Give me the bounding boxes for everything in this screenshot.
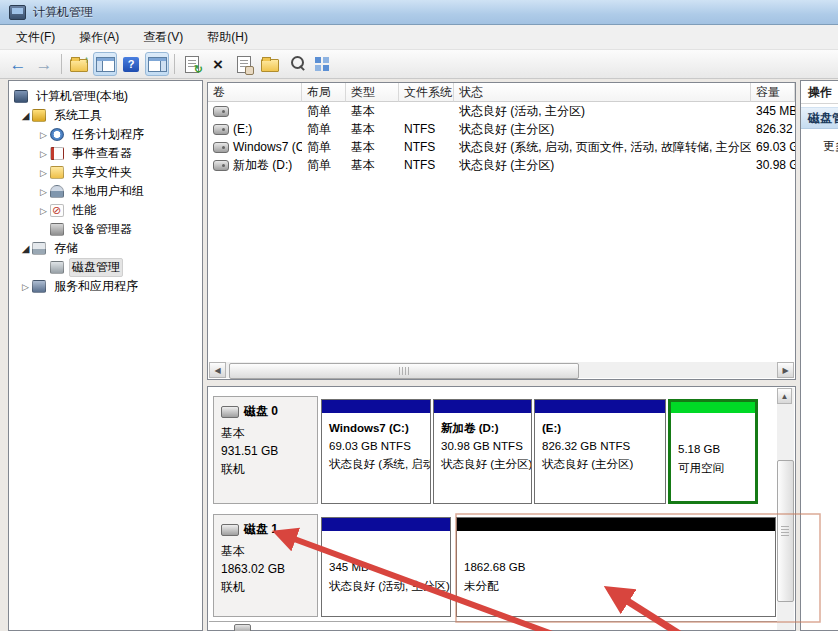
title-bar[interactable]: 计算机管理	[0, 0, 838, 25]
scrollbar-thumb[interactable]	[229, 363, 579, 379]
disk-icon	[221, 524, 239, 536]
disk-0-info[interactable]: 磁盘 0 基本 931.51 GB 联机	[213, 396, 318, 504]
scroll-left-icon[interactable]: ◀	[209, 362, 226, 378]
collapsed-triangle-icon[interactable]: ▷	[37, 187, 50, 197]
tree-item-event-viewer[interactable]: ▷ 事件查看器	[9, 144, 202, 163]
partition-color-strip	[535, 400, 665, 414]
actions-pane-title: 操作	[801, 81, 838, 104]
services-icon	[32, 280, 46, 293]
menu-view[interactable]: 查看(V)	[131, 26, 195, 49]
toolbar: ← → ? ×	[0, 50, 838, 79]
toolbar-separator	[174, 54, 175, 74]
toolbar-separator	[61, 54, 62, 74]
tree-item-services[interactable]: ▷ 服务和应用程序	[9, 277, 202, 296]
collapsed-triangle-icon[interactable]: ▷	[19, 282, 32, 292]
scroll-up-icon[interactable]: ▲	[777, 388, 792, 404]
volume-list-pane: 卷 布局 类型 文件系统 状态 容量 简单 基本 状态良好 (活动, 主分区) …	[207, 82, 796, 380]
event-viewer-icon	[50, 147, 64, 160]
partition-color-strip	[434, 400, 531, 414]
collapsed-triangle-icon[interactable]: ▷	[37, 206, 50, 216]
disk-size: 1863.02 GB	[221, 560, 311, 578]
more-actions-item[interactable]: 更多操作	[801, 138, 838, 155]
horizontal-scrollbar[interactable]: ◀ ▶	[209, 362, 794, 378]
tree-item-shared-folders[interactable]: ▷ 共享文件夹	[9, 163, 202, 182]
column-header-capacity[interactable]: 容量	[751, 83, 795, 102]
disk-size: 931.51 GB	[221, 442, 311, 460]
properties-icon[interactable]	[232, 52, 256, 76]
find-icon[interactable]	[284, 52, 308, 76]
disk-1-row: 磁盘 1 基本 1863.02 GB 联机 345 MB 状态良好 (活动, 主…	[208, 514, 779, 617]
scroll-right-icon[interactable]: ▶	[777, 362, 794, 378]
vertical-scrollbar[interactable]: ▲	[777, 388, 794, 630]
partition-free-space[interactable]: 5.18 GB 可用空间	[668, 399, 758, 504]
computer-management-window: { "window": {"title": "计算机管理"}, "menu": …	[0, 0, 838, 631]
refresh-icon[interactable]	[180, 52, 204, 76]
partition-windows7-c[interactable]: Windows7 (C:) 69.03 GB NTFS 状态良好 (系统, 启动…	[321, 399, 431, 504]
disk-status: 联机	[221, 460, 311, 478]
menu-action[interactable]: 操作(A)	[67, 26, 131, 49]
column-header-status[interactable]: 状态	[454, 83, 751, 102]
column-header-layout[interactable]: 布局	[302, 83, 346, 102]
partition-new-volume-d[interactable]: 新加卷 (D:) 30.98 GB NTFS 状态良好 (主分区)	[433, 399, 532, 504]
show-console-tree-icon[interactable]	[93, 52, 117, 76]
column-header-volume[interactable]: 卷	[208, 83, 302, 102]
next-disk-row-divider	[209, 621, 777, 622]
local-users-icon	[50, 185, 64, 198]
partition-system-reserved[interactable]: 345 MB 状态良好 (活动, 主分区)	[321, 517, 451, 617]
disk-status: 联机	[221, 578, 311, 596]
disk-management-icon	[50, 261, 64, 274]
disk-type: 基本	[221, 542, 311, 560]
export-folder-icon[interactable]	[67, 52, 91, 76]
partition-color-strip	[322, 518, 450, 532]
window-title: 计算机管理	[33, 4, 93, 21]
volume-table: 卷 布局 类型 文件系统 状态 容量 简单 基本 状态良好 (活动, 主分区) …	[208, 83, 795, 174]
collapsed-triangle-icon[interactable]: ▷	[37, 130, 50, 140]
device-manager-icon	[50, 223, 64, 236]
partition-unallocated[interactable]: 1862.68 GB 未分配	[456, 517, 776, 617]
task-scheduler-icon	[50, 128, 64, 141]
tree-item-task-scheduler[interactable]: ▷ 任务计划程序	[9, 125, 202, 144]
tree-item-storage[interactable]: ◢ 存储	[9, 239, 202, 258]
open-folder-icon[interactable]	[258, 52, 282, 76]
disk-1-info[interactable]: 磁盘 1 基本 1863.02 GB 联机	[213, 514, 318, 617]
tree-item-performance[interactable]: ▷ 性能	[9, 201, 202, 220]
show-action-pane-icon[interactable]	[145, 52, 169, 76]
menu-help[interactable]: 帮助(H)	[195, 26, 260, 49]
collapsed-triangle-icon[interactable]: ▷	[37, 168, 50, 178]
delete-icon[interactable]: ×	[206, 52, 230, 76]
disk-icon	[221, 406, 239, 418]
tree-item-computer-management[interactable]: 计算机管理(本地)	[9, 87, 202, 106]
column-header-type[interactable]: 类型	[346, 83, 399, 102]
console-tree-pane: 计算机管理(本地) ◢ 系统工具 ▷ 任务计划程序 ▷ 事件查看器 ▷ 共享文件…	[8, 80, 203, 631]
forward-icon[interactable]: →	[32, 52, 56, 76]
volume-icon	[213, 160, 229, 171]
tree-item-local-users[interactable]: ▷ 本地用户和组	[9, 182, 202, 201]
tree-item-system-tools[interactable]: ◢ 系统工具	[9, 106, 202, 125]
app-icon	[9, 5, 26, 20]
disk-graphical-pane: 磁盘 0 基本 931.51 GB 联机 Windows7 (C:) 69.03…	[207, 386, 796, 631]
console-settings-icon[interactable]	[310, 52, 334, 76]
scrollbar-thumb[interactable]	[777, 460, 794, 602]
shared-folders-icon	[50, 166, 64, 179]
disk-type: 基本	[221, 424, 311, 442]
computer-icon	[14, 90, 28, 103]
tree-item-device-manager[interactable]: 设备管理器	[9, 220, 202, 239]
volume-icon	[213, 124, 229, 135]
column-header-filesystem[interactable]: 文件系统	[399, 83, 454, 102]
expanded-triangle-icon[interactable]: ◢	[19, 110, 32, 121]
help-icon[interactable]: ?	[119, 52, 143, 76]
performance-icon	[50, 204, 64, 217]
unallocated-color-strip	[457, 518, 775, 532]
back-icon[interactable]: ←	[6, 52, 30, 76]
storage-icon	[32, 242, 46, 255]
collapsed-triangle-icon[interactable]: ▷	[37, 149, 50, 159]
partition-e[interactable]: (E:) 826.32 GB NTFS 状态良好 (主分区)	[534, 399, 666, 504]
actions-pane: 操作 磁盘管理 更多操作	[800, 80, 838, 631]
actions-group-disk-management[interactable]: 磁盘管理	[801, 107, 838, 129]
menu-bar: 文件(F) 操作(A) 查看(V) 帮助(H)	[0, 25, 838, 50]
expanded-triangle-icon[interactable]: ◢	[19, 243, 32, 254]
tree-item-disk-management[interactable]: 磁盘管理	[9, 258, 202, 277]
volume-icon	[213, 106, 229, 117]
volume-icon	[213, 142, 229, 153]
menu-file[interactable]: 文件(F)	[4, 26, 67, 49]
